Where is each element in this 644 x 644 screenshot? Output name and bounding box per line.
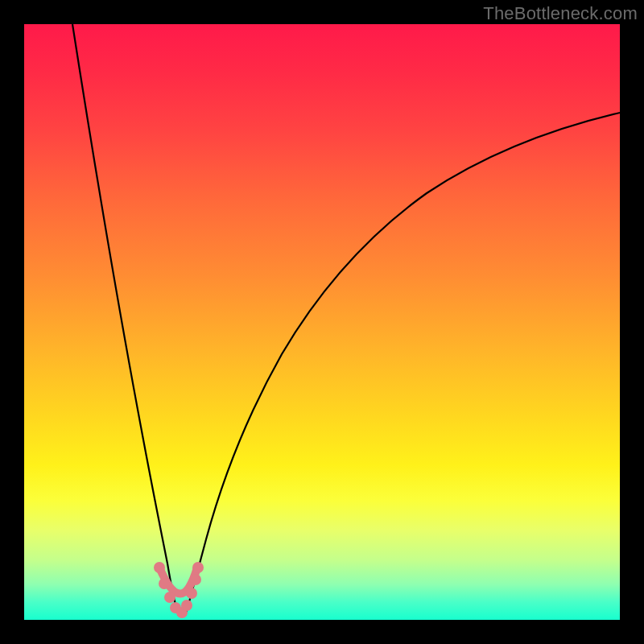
plot-area xyxy=(24,24,620,620)
marker-dot xyxy=(186,588,197,599)
marker-dot xyxy=(190,574,201,585)
chart-frame: TheBottleneck.com xyxy=(0,0,644,644)
right-curve xyxy=(185,113,620,616)
marker-dot xyxy=(192,562,204,573)
left-curve xyxy=(72,24,179,616)
marker-dot xyxy=(154,562,165,573)
marker-dot xyxy=(181,600,192,611)
marker-dot xyxy=(159,578,170,589)
watermark-text: TheBottleneck.com xyxy=(483,3,638,24)
curves-layer xyxy=(24,24,620,620)
marker-dot xyxy=(164,592,175,603)
